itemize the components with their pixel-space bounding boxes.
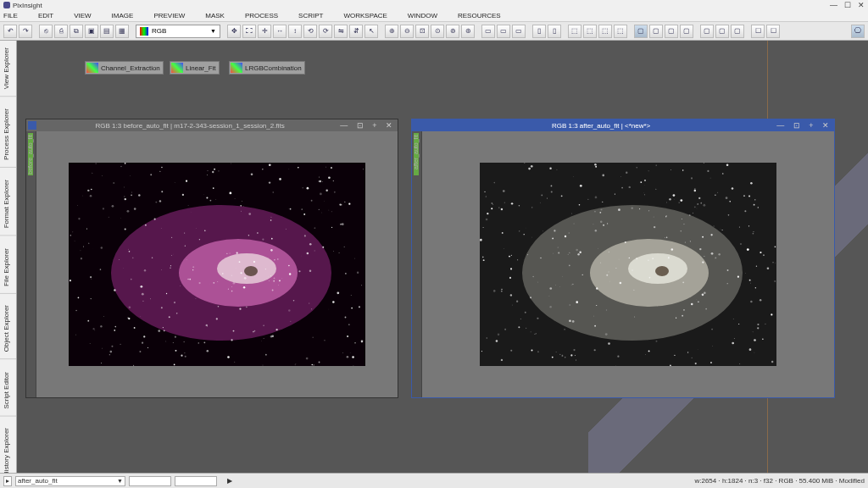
side-tab-script-editor[interactable]: Script Editor bbox=[0, 365, 16, 417]
svg-point-271 bbox=[110, 351, 113, 353]
side-tab-format-explorer[interactable]: Format Explorer bbox=[0, 173, 16, 236]
window-controls[interactable]: — ⊡ + ✕ bbox=[340, 121, 396, 130]
copy-button[interactable]: ⧉ bbox=[70, 25, 83, 38]
process-icon-linear_fit[interactable]: Linear_Fit bbox=[170, 61, 220, 75]
pointer-tool[interactable]: ↖ bbox=[364, 25, 378, 38]
image-canvas[interactable] bbox=[36, 131, 398, 397]
open-button[interactable]: ⎋ bbox=[39, 25, 53, 38]
svg-point-589 bbox=[603, 225, 604, 226]
menu-edit[interactable]: EDIT bbox=[38, 12, 53, 19]
grid-2[interactable]: ▭ bbox=[497, 25, 510, 38]
image-titlebar[interactable]: RGB 1:3 before_auto_fit | m17-2-343-sess… bbox=[26, 119, 398, 131]
zoom-8-button[interactable]: ⊛ bbox=[461, 25, 475, 38]
status-icon[interactable]: ▸ bbox=[3, 476, 12, 486]
close-button[interactable]: ✕ bbox=[858, 1, 865, 9]
svg-point-71 bbox=[210, 200, 212, 202]
image-window-after[interactable]: RGB 1:3 after_auto_fit | <*new*> — ⊡ + ✕… bbox=[411, 119, 835, 398]
win-2[interactable]: ▯ bbox=[548, 25, 561, 38]
tb-a[interactable]: ⬚ bbox=[568, 25, 581, 38]
image-side-tab[interactable]: after_auto_fit bbox=[412, 131, 422, 397]
center-tool[interactable]: ✛ bbox=[258, 25, 271, 38]
status-box-2[interactable] bbox=[175, 476, 217, 486]
svg-point-170 bbox=[345, 273, 347, 274]
save-button[interactable]: ⎙ bbox=[54, 25, 68, 38]
tb-c[interactable]: ⬚ bbox=[598, 25, 612, 38]
flip-v-tool[interactable]: ⇵ bbox=[349, 25, 363, 38]
menu-window[interactable]: WINDOW bbox=[408, 12, 437, 19]
undo-button[interactable]: ↶ bbox=[3, 25, 17, 38]
svg-point-5 bbox=[271, 238, 273, 240]
side-tab-object-explorer[interactable]: Object Explorer bbox=[0, 298, 16, 359]
process-icon-channel_extraction[interactable]: Channel_Extraction bbox=[85, 61, 164, 75]
image-canvas[interactable] bbox=[422, 131, 834, 397]
image-window-before[interactable]: RGB 1:3 before_auto_fit | m17-2-343-sess… bbox=[25, 119, 398, 398]
image-titlebar[interactable]: RGB 1:3 after_auto_fit | <*new*> — ⊡ + ✕ bbox=[412, 119, 834, 131]
svg-point-338 bbox=[687, 352, 688, 352]
tb-f[interactable]: ▢ bbox=[649, 25, 663, 38]
maximize-button[interactable]: ☐ bbox=[844, 1, 851, 9]
channel-selector[interactable]: RGB ▼ bbox=[136, 25, 220, 38]
zoom-fit-button[interactable]: ⊡ bbox=[415, 25, 429, 38]
tb-i[interactable]: ▢ bbox=[700, 25, 714, 38]
menu-preview[interactable]: PREVIEW bbox=[153, 12, 185, 19]
menu-view[interactable]: VIEW bbox=[74, 12, 91, 19]
image-side-tab[interactable]: before_auto_fit bbox=[26, 131, 36, 397]
zoom-out-button[interactable]: ⊖ bbox=[400, 25, 414, 38]
menu-image[interactable]: IMAGE bbox=[112, 12, 134, 19]
win-1[interactable]: ▯ bbox=[532, 25, 546, 38]
zoom-5-button[interactable]: ⊚ bbox=[446, 25, 459, 38]
status-box-1[interactable] bbox=[129, 476, 171, 486]
side-tab-process-explorer[interactable]: Process Explorer bbox=[0, 102, 16, 168]
valign-tool[interactable]: ↕ bbox=[288, 25, 302, 38]
menu-resources[interactable]: RESOURCES bbox=[458, 12, 501, 19]
svg-point-489 bbox=[702, 293, 704, 296]
tb-l[interactable]: ☐ bbox=[751, 25, 765, 38]
window-menu-icon[interactable] bbox=[28, 121, 36, 130]
svg-point-253 bbox=[253, 261, 255, 263]
rotate-r-tool[interactable]: ⟳ bbox=[319, 25, 332, 38]
doc-button[interactable]: ▦ bbox=[115, 25, 129, 38]
tb-e[interactable]: ▢ bbox=[634, 25, 648, 38]
svg-point-368 bbox=[517, 259, 518, 260]
svg-point-393 bbox=[692, 358, 693, 358]
align-tool[interactable]: ↔ bbox=[273, 25, 287, 38]
svg-point-237 bbox=[261, 341, 262, 341]
tb-m[interactable]: ☐ bbox=[766, 25, 780, 38]
redo-button[interactable]: ↷ bbox=[19, 25, 32, 38]
menu-file[interactable]: FILE bbox=[3, 12, 18, 19]
fit-tool[interactable]: ⛶ bbox=[242, 25, 256, 38]
menu-script[interactable]: SCRIPT bbox=[298, 12, 323, 19]
svg-point-294 bbox=[128, 249, 129, 250]
side-tab-view-explorer[interactable]: View Explorer bbox=[0, 41, 16, 97]
tb-j[interactable]: ▢ bbox=[715, 25, 729, 38]
tb-b[interactable]: ⬚ bbox=[583, 25, 597, 38]
zoom-in-button[interactable]: ⊕ bbox=[385, 25, 398, 38]
window-controls[interactable]: — ⊡ + ✕ bbox=[776, 121, 832, 130]
window-menu-icon[interactable] bbox=[414, 121, 422, 130]
image-side-label: before_auto_fit bbox=[27, 135, 33, 175]
tb-h[interactable]: ▢ bbox=[680, 25, 693, 38]
svg-point-203 bbox=[163, 327, 164, 328]
tb-k[interactable]: ▢ bbox=[731, 25, 744, 38]
paste-button[interactable]: ▣ bbox=[85, 25, 98, 38]
menu-process[interactable]: PROCESS bbox=[245, 12, 278, 19]
grid-3[interactable]: ▭ bbox=[512, 25, 526, 38]
view-selector[interactable]: after_auto_fit ▼ bbox=[15, 476, 125, 486]
rotate-l-tool[interactable]: ⟲ bbox=[303, 25, 317, 38]
monitor-button[interactable]: 🖵 bbox=[851, 25, 865, 38]
svg-point-388 bbox=[587, 199, 588, 200]
zoom-1-button[interactable]: ⊙ bbox=[431, 25, 444, 38]
workspace[interactable]: Channel_ExtractionLinear_FitLRGBCombinat… bbox=[17, 41, 868, 473]
flip-h-tool[interactable]: ⇋ bbox=[334, 25, 348, 38]
new-button[interactable]: ▤ bbox=[100, 25, 114, 38]
side-tab-file-explorer[interactable]: File Explorer bbox=[0, 241, 16, 294]
grid-1[interactable]: ▭ bbox=[481, 25, 495, 38]
minimize-button[interactable]: — bbox=[830, 1, 837, 9]
tb-d[interactable]: ⬚ bbox=[614, 25, 627, 38]
process-icon-lrgbcombination[interactable]: LRGBCombination bbox=[229, 61, 305, 75]
menu-mask[interactable]: MASK bbox=[205, 12, 225, 19]
move-tool[interactable]: ✥ bbox=[227, 25, 241, 38]
play-icon[interactable]: ▶ bbox=[227, 477, 232, 485]
tb-g[interactable]: ▢ bbox=[665, 25, 678, 38]
menu-workspace[interactable]: WORKSPACE bbox=[343, 12, 387, 19]
